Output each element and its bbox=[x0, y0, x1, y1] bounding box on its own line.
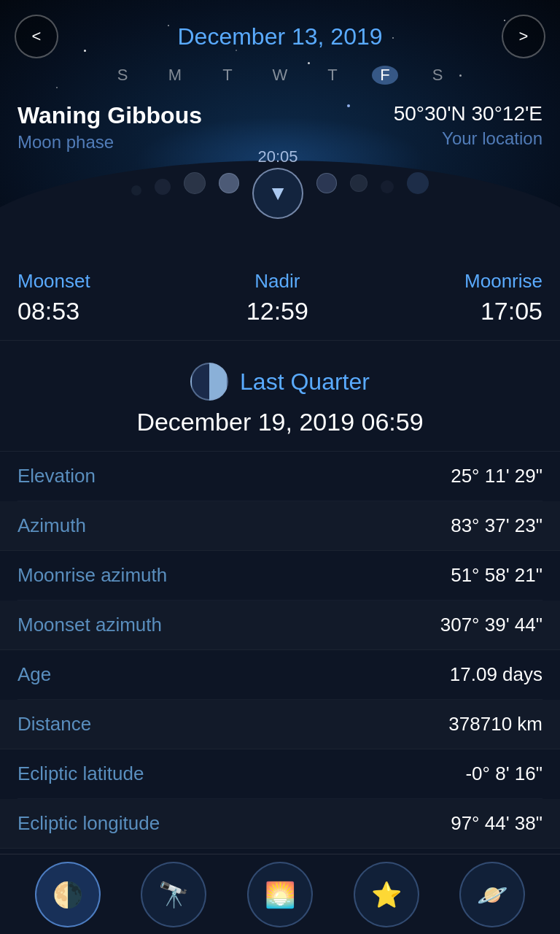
moon-active[interactable]: ▼ bbox=[252, 168, 303, 219]
data-label: Age bbox=[18, 663, 51, 686]
moon-phase-8 bbox=[407, 172, 429, 194]
chevron-down-icon: ▼ bbox=[268, 182, 288, 205]
data-row: Ecliptic latitude-0° 8' 16" bbox=[18, 749, 542, 799]
next-button[interactable]: > bbox=[502, 15, 545, 58]
data-label: Moonset azimuth bbox=[18, 614, 162, 636]
nadir-time: 12:59 bbox=[246, 297, 308, 325]
sky-section: < December 13, 2019 > S M T W T F S Wani… bbox=[0, 0, 560, 248]
data-row: Elevation25° 11' 29" bbox=[18, 452, 542, 501]
quarter-row: Last Quarter bbox=[190, 363, 370, 401]
data-row: Ecliptic longitude97° 44' 38" bbox=[0, 799, 560, 849]
day-f-active[interactable]: F bbox=[372, 66, 398, 85]
moon-times: Moonset 08:53 Nadir 12:59 Moonrise 17:05 bbox=[0, 248, 560, 341]
data-value: 378710 km bbox=[448, 713, 542, 736]
day-m[interactable]: M bbox=[162, 66, 188, 85]
moon-crescent-icon: 🌗 bbox=[52, 880, 83, 909]
nadir-item: Nadir 12:59 bbox=[246, 270, 308, 325]
planets-icon: 🪐 bbox=[477, 880, 508, 909]
data-value: 17.09 days bbox=[450, 663, 542, 686]
stars-icon: ⭐ bbox=[371, 880, 402, 909]
quarter-date: December 19, 2019 06:59 bbox=[136, 408, 423, 436]
data-label: Ecliptic longitude bbox=[18, 812, 160, 835]
location-info: 50°30'N 30°12'E Your location bbox=[394, 102, 542, 153]
data-value: 83° 37' 23" bbox=[451, 514, 542, 537]
prev-button[interactable]: < bbox=[15, 15, 58, 58]
location-label: Your location bbox=[394, 128, 542, 149]
header-date: December 13, 2019 bbox=[58, 23, 502, 50]
last-quarter-moon-icon bbox=[190, 363, 228, 401]
data-value: 25° 11' 29" bbox=[451, 465, 542, 487]
quarter-title: Last Quarter bbox=[240, 368, 370, 395]
prev-icon: < bbox=[32, 27, 42, 46]
horizon-icon: 🌅 bbox=[265, 880, 295, 909]
days-row: S M T W T F S bbox=[0, 66, 560, 85]
quarter-section: Last Quarter December 19, 2019 06:59 bbox=[0, 341, 560, 452]
moon-phase-2 bbox=[155, 179, 171, 195]
day-t1[interactable]: T bbox=[214, 66, 241, 85]
moonset-item: Moonset 08:53 bbox=[18, 270, 90, 325]
data-row: Azimuth83° 37' 23" bbox=[0, 501, 560, 551]
nav-planets[interactable]: 🪐 bbox=[459, 862, 525, 927]
nav-moon-phase[interactable]: 🌗 bbox=[35, 862, 101, 927]
moon-phase-6 bbox=[350, 174, 368, 192]
moon-phase-5 bbox=[316, 173, 337, 193]
day-s1[interactable]: S bbox=[109, 66, 136, 85]
next-icon: > bbox=[519, 27, 529, 46]
moon-strip: 20:05 ▼ bbox=[0, 147, 560, 219]
data-row: Moonrise azimuth51° 58' 21" bbox=[18, 551, 542, 601]
moonrise-item: Moonrise 17:05 bbox=[464, 270, 542, 325]
data-row: Distance378710 km bbox=[0, 700, 560, 749]
day-s2[interactable]: S bbox=[424, 66, 451, 85]
moon-phase-4 bbox=[219, 173, 239, 193]
phase-name: Waning Gibbous bbox=[18, 102, 202, 129]
phase-info: Waning Gibbous Moon phase bbox=[18, 102, 202, 153]
data-row: Moonset azimuth307° 39' 44" bbox=[0, 601, 560, 650]
moon-phase-7 bbox=[381, 180, 394, 193]
data-label: Distance bbox=[18, 713, 91, 736]
nav-stars[interactable]: ⭐ bbox=[354, 862, 419, 927]
nav-horizon[interactable]: 🌅 bbox=[247, 862, 313, 927]
moon-detail-icon: 🔭 bbox=[158, 880, 189, 909]
scroll-area: Moonset 08:53 Nadir 12:59 Moonrise 17:05… bbox=[0, 248, 560, 934]
moon-phase-3 bbox=[184, 172, 206, 194]
data-value: 97° 44' 38" bbox=[451, 812, 542, 835]
nadir-label: Nadir bbox=[254, 270, 300, 293]
moonset-label: Moonset bbox=[18, 270, 90, 293]
data-value: 307° 39' 44" bbox=[440, 614, 542, 636]
data-label: Moonrise azimuth bbox=[18, 564, 167, 587]
data-label: Azimuth bbox=[18, 514, 86, 537]
moon-active-container: 20:05 ▼ bbox=[252, 147, 303, 219]
data-value: 51° 58' 21" bbox=[451, 564, 542, 587]
info-overlay: Waning Gibbous Moon phase 50°30'N 30°12'… bbox=[0, 102, 560, 153]
current-time-label: 20:05 bbox=[257, 147, 298, 166]
moonrise-time: 17:05 bbox=[464, 297, 542, 325]
data-label: Ecliptic latitude bbox=[18, 763, 144, 785]
data-row: Age17.09 days bbox=[18, 650, 542, 700]
nav-header: < December 13, 2019 > bbox=[0, 0, 560, 58]
moon-phase-1 bbox=[131, 185, 141, 196]
data-label: Elevation bbox=[18, 465, 96, 487]
day-w[interactable]: W bbox=[267, 66, 293, 85]
moonrise-label: Moonrise bbox=[464, 270, 542, 293]
location-coords: 50°30'N 30°12'E bbox=[394, 102, 542, 126]
bottom-nav: 🌗 🔭 🌅 ⭐ 🪐 bbox=[0, 854, 560, 934]
nav-moon-detail[interactable]: 🔭 bbox=[141, 862, 206, 927]
day-t2[interactable]: T bbox=[319, 66, 346, 85]
data-value: -0° 8' 16" bbox=[465, 763, 542, 785]
moonset-time: 08:53 bbox=[18, 297, 90, 325]
